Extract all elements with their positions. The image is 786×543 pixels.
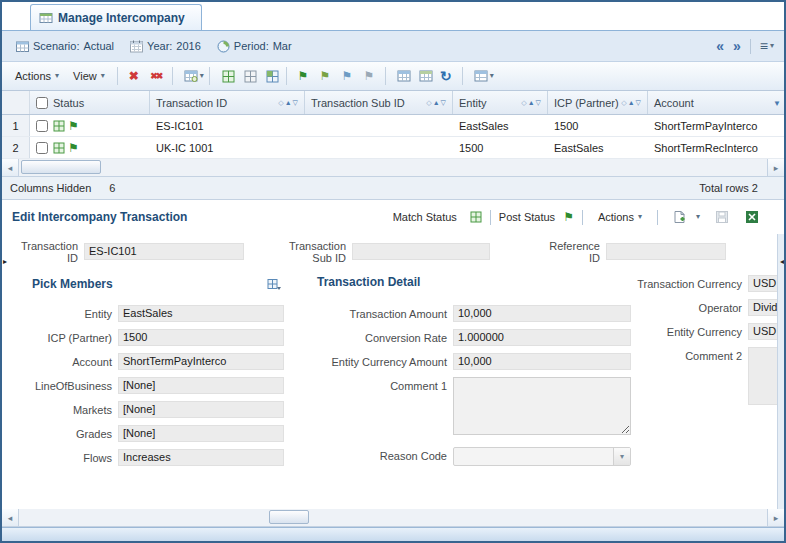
transaction-id-cell: ES-IC101 [150, 115, 305, 136]
scroll-left-button[interactable]: ◂ [2, 509, 19, 526]
grades-field[interactable]: [None] [118, 425, 284, 442]
reference-id-label: Reference ID [538, 240, 600, 264]
row-checkbox[interactable] [36, 142, 48, 154]
scrollbar-thumb[interactable] [21, 160, 101, 174]
combo-button[interactable]: ▾ [613, 448, 630, 465]
lineofbusiness-label: LineOfBusiness [32, 377, 112, 392]
scenario-icon [16, 40, 29, 53]
save-button[interactable] [708, 207, 730, 228]
delete-icon: ✖ [129, 70, 139, 82]
scroll-right-button[interactable]: ▸ [767, 509, 784, 526]
transaction-amount-field[interactable]: 10,000 [453, 305, 631, 322]
new-transaction-button[interactable] [666, 207, 688, 228]
flows-field[interactable]: Increases [118, 449, 284, 466]
unmatch-button[interactable] [237, 66, 259, 87]
table-row[interactable]: 1 ⚑ ES-IC101 EastSales 1500 ShortTermPay… [2, 115, 784, 137]
right-splitter-strip[interactable] [777, 234, 784, 509]
delete-all-button[interactable]: ✖✖ [145, 66, 167, 87]
select-all-checkbox[interactable] [36, 97, 48, 109]
delete-button[interactable]: ✖ [123, 66, 145, 87]
lineofbusiness-field[interactable]: [None] [118, 377, 284, 394]
column-header-transaction-id[interactable]: Transaction ID ◇▲▽ [150, 91, 305, 114]
markets-field[interactable]: [None] [118, 401, 284, 418]
pov-scenario[interactable]: Scenario:Actual [16, 40, 114, 53]
status-cell: ⚑ [30, 137, 150, 158]
actions-menu-button[interactable]: Actions ▾ [8, 67, 66, 85]
matched-status-icon [53, 142, 65, 154]
transaction-sub-id-field[interactable] [352, 243, 490, 260]
table-row[interactable]: 2 ⚑ UK-IC 1001 1500 EastSales ShortTermR… [2, 137, 784, 159]
collapse-right-icon[interactable]: ◂ [780, 258, 784, 266]
match-template-button[interactable] [259, 66, 281, 87]
scroll-down-icon[interactable]: ▼ [773, 99, 781, 108]
transactions-report-button[interactable] [391, 66, 413, 87]
unpost-all-icon: ⚑ [363, 70, 374, 82]
edit-actions-menu-button[interactable]: Actions ▾ [591, 208, 649, 226]
matching-report-button[interactable] [413, 66, 435, 87]
manage-intercompany-window: Manage Intercompany Scenario:Actual Year… [0, 0, 786, 543]
column-header-entity[interactable]: Entity ◇▲▽ [453, 91, 548, 114]
column-header-account[interactable]: Account [648, 91, 784, 114]
window-bottom-frame [2, 527, 784, 541]
comment1-textarea[interactable] [453, 377, 631, 435]
sort-icons[interactable]: ◇▲▽ [521, 99, 541, 107]
separator [582, 210, 583, 225]
post-button[interactable]: ⚑ [292, 66, 314, 87]
markets-label: Markets [32, 401, 112, 416]
transaction-sub-id-header-label: Transaction Sub ID [311, 97, 405, 109]
column-header-icp-partner[interactable]: ICP (Partner) ◇▲▽ [548, 91, 648, 114]
sort-icons[interactable]: ◇▲▽ [621, 99, 641, 107]
separator [657, 210, 658, 225]
reference-id-field[interactable] [606, 243, 726, 260]
reports-menu-button[interactable] [468, 66, 490, 87]
account-field[interactable]: ShortTermPayInterco [118, 353, 284, 370]
auto-match-button[interactable] [178, 66, 200, 87]
operator-label: Operator [620, 299, 742, 314]
refresh-button[interactable]: ↻ [435, 66, 457, 87]
scrollbar-thumb[interactable] [269, 510, 309, 524]
sort-icons[interactable]: ◇▲▽ [426, 99, 446, 107]
match-button[interactable] [215, 66, 237, 87]
export-excel-button[interactable] [738, 207, 760, 228]
pov-year[interactable]: Year:2016 [130, 40, 201, 53]
pov-period[interactable]: Period:Mar [217, 40, 292, 53]
icp-partner-field[interactable]: 1500 [118, 329, 284, 346]
caret-down-icon: ▾ [638, 213, 642, 221]
edit-header-controls: Match Status Post Status ⚑ Actions ▾ ▾ [393, 207, 760, 228]
total-rows-label: Total rows 2 [699, 182, 758, 194]
member-selector-icon[interactable] [267, 278, 281, 291]
unpost-all-button[interactable]: ⚑ [358, 66, 380, 87]
transaction-id-field[interactable]: ES-IC101 [84, 243, 244, 260]
conversion-rate-field[interactable]: 1.000000 [453, 329, 631, 346]
scenario-value: Actual [83, 40, 114, 52]
next-icon[interactable]: » [733, 39, 741, 53]
previous-icon[interactable]: « [716, 39, 724, 53]
toolbar: Actions ▾ View ▾ ✖ ✖✖ ▾ ⚑ ⚑ ⚑ ⚑ ↻ ▾ [2, 62, 784, 91]
period-value: Mar [273, 40, 292, 52]
scroll-right-icon: ▸ [774, 163, 779, 173]
tab-manage-intercompany[interactable]: Manage Intercompany [30, 4, 202, 30]
row-checkbox[interactable] [36, 120, 48, 132]
collapse-left-icon[interactable]: ▸ [3, 258, 7, 266]
panel-menu-icon[interactable]: ≡▾ [760, 38, 774, 54]
column-header-status[interactable]: Status [30, 91, 150, 114]
auto-match-caret-icon[interactable]: ▾ [200, 72, 204, 80]
new-transaction-caret-icon[interactable]: ▾ [696, 213, 700, 221]
account-header-label: Account [654, 97, 694, 109]
scroll-right-button[interactable]: ▸ [767, 159, 784, 176]
unpost-button[interactable]: ⚑ [336, 66, 358, 87]
entity-currency-amount-field[interactable]: 10,000 [453, 353, 631, 370]
view-menu-button[interactable]: View ▾ [66, 67, 112, 85]
reason-code-select[interactable]: ▾ [453, 447, 631, 466]
entity-field[interactable]: EastSales [118, 305, 284, 322]
scroll-left-icon: ◂ [8, 513, 13, 523]
scroll-left-button[interactable]: ◂ [2, 159, 19, 176]
reports-menu-caret-icon[interactable]: ▾ [490, 72, 494, 80]
column-header-transaction-sub-id[interactable]: Transaction Sub ID ◇▲▽ [305, 91, 453, 114]
post-all-button[interactable]: ⚑ [314, 66, 336, 87]
entity-currency-row: Entity Currency USD [620, 323, 786, 340]
transaction-sub-id-label: Transaction Sub ID [284, 240, 346, 264]
tab-strip: Manage Intercompany [2, 2, 784, 31]
scrollbar-track [19, 159, 767, 176]
sort-icons[interactable]: ◇▲▽ [278, 99, 298, 107]
